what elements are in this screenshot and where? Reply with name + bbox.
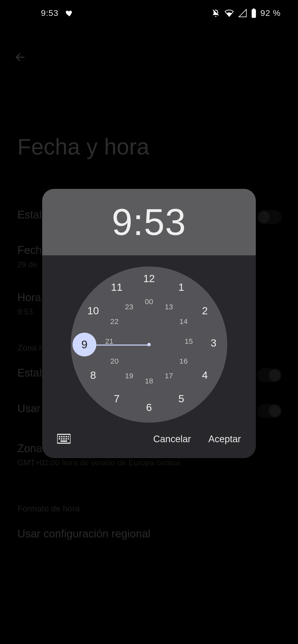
svg-rect-6	[66, 436, 67, 438]
heart-icon	[65, 9, 74, 17]
dialog-time-display[interactable]: 9:53	[112, 201, 186, 244]
dnd-off-icon	[211, 9, 220, 18]
svg-rect-12	[68, 438, 69, 440]
hour-8[interactable]: 8	[83, 369, 103, 384]
svg-rect-0	[252, 9, 256, 18]
hour-19[interactable]: 19	[119, 372, 139, 386]
hour-3[interactable]: 3	[204, 337, 223, 352]
hour-7[interactable]: 7	[107, 393, 127, 408]
wifi-icon	[224, 8, 234, 18]
dialog-hour[interactable]: 9	[112, 201, 133, 243]
hour-2[interactable]: 2	[195, 305, 215, 320]
hour-4[interactable]: 4	[195, 369, 215, 384]
hour-6[interactable]: 6	[139, 402, 159, 416]
svg-rect-5	[63, 436, 65, 438]
signal-icon	[238, 9, 247, 18]
hour-1[interactable]: 1	[171, 281, 191, 296]
dialog-minute[interactable]: 53	[144, 201, 186, 243]
svg-rect-9	[61, 438, 63, 440]
svg-rect-1	[253, 8, 254, 10]
battery-pct: 92 %	[260, 8, 281, 18]
clock-center-dot	[147, 343, 151, 346]
hour-16[interactable]: 16	[174, 357, 194, 372]
hour-selected[interactable]: 9	[73, 333, 96, 356]
hour-17[interactable]: 17	[159, 372, 179, 386]
dialog-header: 9:53	[42, 189, 256, 255]
hour-12[interactable]: 12	[139, 273, 159, 288]
svg-rect-4	[61, 436, 63, 438]
hour-13[interactable]: 13	[159, 303, 179, 318]
hour-5[interactable]: 5	[171, 393, 191, 408]
status-time: 9:53	[41, 8, 58, 18]
hour-21[interactable]: 21	[99, 337, 119, 352]
hour-11[interactable]: 11	[107, 281, 127, 296]
hour-23[interactable]: 23	[119, 303, 139, 318]
hour-10[interactable]: 10	[83, 305, 103, 320]
svg-rect-13	[61, 440, 67, 442]
svg-rect-3	[59, 436, 60, 438]
keyboard-input-icon[interactable]	[57, 434, 71, 444]
time-picker-dialog: 9:53 12 1 2 3 4 5 6 7 8 10 11 00 13 14 1…	[42, 189, 256, 458]
hour-20[interactable]: 20	[104, 357, 124, 372]
battery-icon	[251, 8, 256, 18]
hour-18[interactable]: 18	[139, 377, 159, 392]
svg-rect-7	[68, 436, 69, 438]
cancel-button[interactable]: Cancelar	[153, 434, 191, 444]
clock-face[interactable]: 12 1 2 3 4 5 6 7 8 10 11 00 13 14 15 16 …	[71, 266, 227, 423]
status-bar: 9:53 92 %	[0, 0, 298, 26]
svg-rect-8	[59, 438, 60, 440]
svg-rect-10	[63, 438, 65, 440]
svg-rect-11	[66, 438, 67, 440]
accept-button[interactable]: Aceptar	[208, 434, 241, 444]
hour-00[interactable]: 00	[139, 298, 159, 312]
hour-14[interactable]: 14	[174, 317, 194, 332]
hour-22[interactable]: 22	[104, 317, 124, 332]
hour-15[interactable]: 15	[179, 337, 199, 352]
